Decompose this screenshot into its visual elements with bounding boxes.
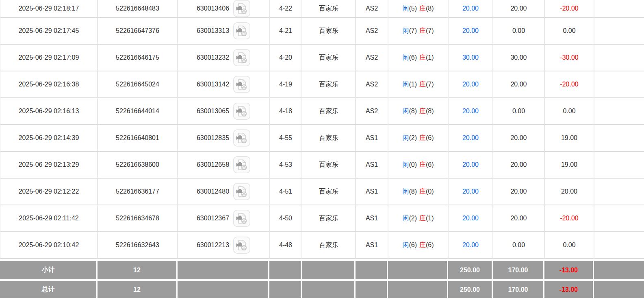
player-label: 闲: [402, 108, 409, 114]
table-row: 2025-06-29 02:16:38 522616645024 6300131…: [0, 71, 644, 98]
bet-time: 2025-06-29 02:18:17: [0, 0, 98, 18]
player-score: (2): [409, 215, 417, 222]
valid-amount: 0.00: [493, 18, 545, 45]
round-number: 4-53: [270, 152, 302, 179]
video-replay-button[interactable]: [233, 0, 250, 17]
player-score: (5): [409, 5, 417, 12]
table-row: 2025-06-29 02:18:17 522616648483 6300134…: [0, 0, 644, 18]
player-score: (2): [409, 134, 417, 141]
total-valid-amount: 170.00: [493, 281, 544, 298]
win-loss: -20.00: [545, 71, 594, 98]
round-number: 4-51: [270, 179, 302, 205]
valid-amount: 20.00: [493, 152, 545, 179]
video-replay-button[interactable]: [233, 49, 250, 66]
video-file-icon: [233, 103, 250, 120]
player-score: (8): [409, 188, 417, 195]
bet-id: 522616640801: [98, 125, 178, 152]
table-row: 2025-06-29 02:16:13 522616644014 6300130…: [0, 98, 644, 125]
win-loss: 20.00: [545, 179, 594, 205]
video-file-icon: [233, 76, 250, 93]
video-file-icon: [233, 22, 250, 39]
banker-label: 庄: [419, 108, 426, 114]
result-cell: 闲(0)庄(6): [388, 152, 449, 179]
subtotal-bet-amount: 250.00: [448, 261, 493, 279]
bet-id: 522616644014: [98, 98, 178, 125]
empty-cell: [594, 18, 644, 45]
player-label: 闲: [402, 5, 409, 12]
table-code: AS1: [356, 232, 388, 259]
bet-time: 2025-06-29 02:11:42: [0, 205, 98, 232]
empty-cell: [594, 45, 644, 71]
table-row: 2025-06-29 02:14:39 522616640801 6300128…: [0, 125, 644, 152]
table-code: AS1: [356, 179, 388, 205]
table-row: 2025-06-29 02:11:42 522616634678 6300123…: [0, 205, 644, 232]
result-cell: 闲(6)庄(6): [388, 232, 449, 259]
game-id: 630013406: [197, 5, 229, 12]
game-type: 百家乐: [302, 18, 356, 45]
summary-empty-cell: [178, 281, 269, 298]
result-cell: 闲(7)庄(7): [388, 18, 449, 45]
empty-cell: [594, 125, 644, 152]
result-cell: 闲(8)庄(8): [388, 98, 449, 125]
bet-time: 2025-06-29 02:13:29: [0, 152, 98, 179]
round-number: 4-19: [270, 71, 302, 98]
table-code: AS2: [356, 45, 388, 71]
table-row: 2025-06-29 02:13:29 522616638600 6300126…: [0, 152, 644, 179]
win-loss: 19.00: [545, 125, 594, 152]
empty-cell: [594, 205, 644, 232]
valid-amount: 20.00: [493, 0, 545, 18]
game-cell: 630012658: [178, 152, 270, 179]
bet-id: 522616645024: [98, 71, 178, 98]
video-replay-button[interactable]: [233, 237, 250, 254]
player-label: 闲: [402, 161, 409, 168]
game-id: 630012658: [197, 161, 229, 168]
video-replay-button[interactable]: [233, 103, 250, 120]
game-cell: 630013065: [178, 98, 270, 125]
video-replay-button[interactable]: [233, 183, 250, 200]
result-cell: 闲(2)庄(1): [388, 205, 449, 232]
bet-amount: 20.00: [449, 232, 493, 259]
video-replay-button[interactable]: [233, 22, 250, 39]
win-loss: 0.00: [545, 232, 594, 259]
video-file-icon: [233, 49, 250, 66]
game-cell: 630013232: [178, 45, 270, 71]
player-label: 闲: [402, 134, 409, 141]
video-file-icon: [233, 0, 250, 17]
banker-score: (1): [426, 54, 434, 61]
video-replay-button[interactable]: [233, 76, 250, 93]
video-file-icon: [233, 210, 250, 227]
banker-label: 庄: [419, 134, 426, 141]
round-number: 4-50: [270, 205, 302, 232]
banker-label: 庄: [419, 215, 426, 222]
result-cell: 闲(1)庄(7): [388, 71, 449, 98]
table-code: AS2: [356, 98, 388, 125]
result-cell: 闲(6)庄(1): [388, 45, 449, 71]
banker-score: (1): [426, 215, 434, 222]
game-cell: 630013406: [178, 0, 270, 18]
empty-cell: [594, 179, 644, 205]
player-score: (7): [409, 27, 417, 34]
video-replay-button[interactable]: [233, 129, 250, 147]
video-replay-button[interactable]: [233, 210, 250, 227]
win-loss: 19.00: [545, 152, 594, 179]
bet-id: 522616636177: [98, 179, 178, 205]
summary-empty-cell: [269, 281, 302, 298]
valid-amount: 0.00: [493, 98, 545, 125]
summary-empty-cell: [388, 281, 448, 298]
valid-amount: 0.00: [493, 232, 545, 259]
bet-id: 522616648483: [98, 0, 178, 18]
bet-amount: 20.00: [449, 0, 493, 18]
total-label: 总计: [0, 281, 98, 298]
summary-empty-cell: [269, 261, 302, 279]
round-number: 4-20: [270, 45, 302, 71]
bet-time: 2025-06-29 02:10:42: [0, 232, 98, 259]
banker-score: (6): [426, 241, 434, 248]
subtotal-valid-amount: 170.00: [493, 261, 544, 279]
banker-label: 庄: [419, 27, 426, 34]
valid-amount: 20.00: [493, 179, 545, 205]
video-replay-button[interactable]: [233, 156, 250, 173]
game-type: 百家乐: [302, 45, 356, 71]
banker-score: (7): [426, 27, 434, 34]
player-label: 闲: [402, 27, 409, 34]
game-id: 630012835: [197, 134, 229, 142]
